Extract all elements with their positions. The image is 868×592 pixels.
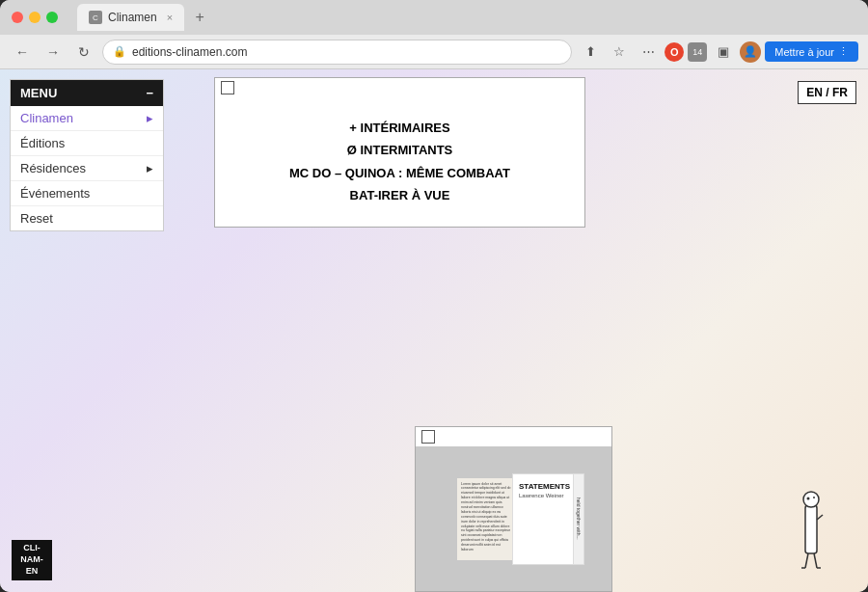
book-spine: held together with... (573, 473, 584, 565)
menu-sidebar: MENU − Clinamen ▸ Éditions Résidences ▸ … (10, 79, 164, 231)
toolbar: ← → ↻ 🔒 editions-clinamen.com ⬆ ☆ ⋯ O 14… (0, 35, 868, 69)
minimize-button[interactable] (29, 12, 41, 23)
text-line-4: BAT-IRER À VUE (244, 184, 556, 206)
svg-line-4 (817, 515, 823, 520)
tab-label: Clinamen (108, 11, 157, 24)
text-window-body: + INTÉRIMAIRES Ø INTERMITANTS MC DO – QU… (215, 97, 584, 227)
book-cover: STATEMENTS Lawrence Weiner (512, 473, 575, 565)
update-button[interactable]: Mettre à jour ⋮ (765, 41, 858, 62)
book-spine-text: held together with... (576, 498, 582, 540)
book-cover-title: STATEMENTS (519, 482, 568, 492)
url-text: editions-clinamen.com (132, 45, 247, 59)
menu-item-clinamen[interactable]: Clinamen ▸ (11, 106, 163, 131)
window-checkbox[interactable] (221, 81, 234, 94)
menu-header: MENU − (11, 80, 163, 106)
menu-item-reset[interactable]: Reset (11, 206, 163, 230)
text-line-2: Ø INTERMITANTS (244, 139, 556, 161)
share-button[interactable]: ⬆ (578, 40, 603, 65)
text-line-1: + INTÉRIMAIRES (244, 117, 556, 139)
svg-rect-0 (805, 505, 817, 553)
tab-favicon: C (89, 11, 102, 24)
sidebar-button[interactable]: ▣ (711, 40, 736, 65)
menu-item-evenements[interactable]: Événements (11, 181, 163, 206)
active-tab[interactable]: C Clinamen × (77, 4, 184, 31)
bookmark-button[interactable]: ☆ (607, 40, 632, 65)
svg-line-6 (814, 553, 817, 568)
book-cover-author: Lawrence Weiner (519, 493, 568, 498)
svg-line-5 (805, 553, 808, 568)
address-bar[interactable]: 🔒 editions-clinamen.com (102, 40, 572, 65)
book-window-title-bar (416, 427, 611, 446)
book-spread: Lorem ipsum dolor sit amet consectetur a… (457, 478, 570, 560)
browser-window: C Clinamen × + ← → ↻ 🔒 editions-clinamen… (0, 0, 868, 592)
svg-point-1 (803, 492, 819, 507)
user-avatar[interactable]: 👤 (740, 41, 761, 63)
menu-item-residences[interactable]: Résidences ▸ (11, 156, 163, 181)
book-window: Lorem ipsum dolor sit amet consectetur a… (415, 426, 612, 592)
reload-button[interactable]: ↻ (71, 40, 96, 65)
book-page-left: Lorem ipsum dolor sit amet consectetur a… (457, 478, 515, 560)
tab-bar: C Clinamen × + (77, 4, 211, 31)
book-window-checkbox[interactable] (421, 430, 435, 444)
maximize-button[interactable] (46, 12, 58, 23)
back-button[interactable]: ← (10, 40, 35, 65)
traffic-lights (12, 12, 58, 23)
text-window: + INTÉRIMAIRES Ø INTERMITANTS MC DO – QU… (214, 77, 585, 228)
logo: CLI-NAM-EN (12, 540, 52, 580)
new-tab-button[interactable]: + (188, 6, 211, 29)
book-window-body: Lorem ipsum dolor sit amet consectetur a… (416, 446, 611, 591)
tab-close-btn[interactable]: × (167, 12, 173, 23)
svg-point-3 (813, 497, 815, 498)
page-content: MENU − Clinamen ▸ Éditions Résidences ▸ … (0, 69, 868, 592)
extensions-toggle[interactable]: ⋯ (636, 40, 661, 65)
text-line-3: MC DO – QUINOA : MÊME COMBAAT (244, 162, 556, 184)
forward-button[interactable]: → (41, 40, 66, 65)
lock-icon: 🔒 (113, 45, 126, 58)
window-title-bar (215, 78, 584, 97)
svg-point-2 (807, 498, 810, 500)
opera-icon[interactable]: O (665, 42, 684, 62)
decorative-character (796, 486, 825, 573)
extensions-icon[interactable]: 14 (688, 42, 707, 62)
title-bar: C Clinamen × + (0, 0, 868, 35)
close-button[interactable] (12, 12, 23, 23)
menu-item-editions[interactable]: Éditions (11, 131, 163, 156)
lang-switcher[interactable]: EN / FR (798, 81, 856, 104)
toolbar-actions: ⬆ ☆ ⋯ O 14 ▣ 👤 Mettre à jour ⋮ (578, 40, 858, 65)
